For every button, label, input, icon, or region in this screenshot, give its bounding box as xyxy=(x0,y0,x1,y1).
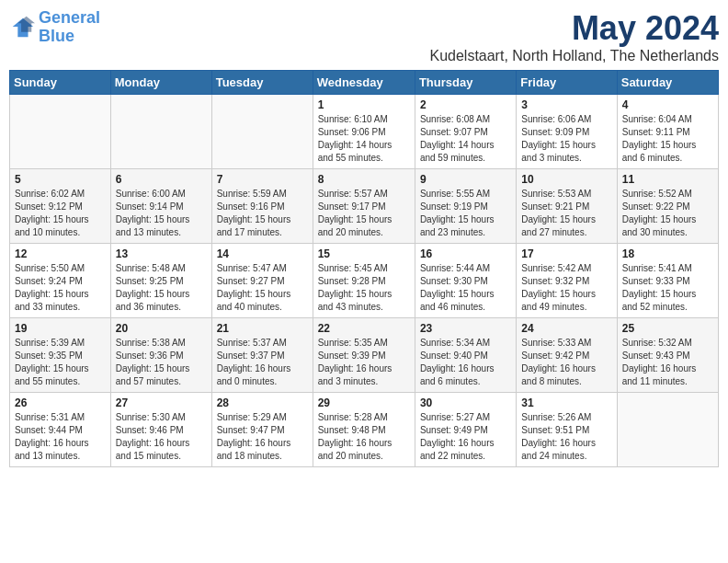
logo-icon xyxy=(9,15,35,40)
day-number: 8 xyxy=(318,173,410,186)
day-info: Sunrise: 5:50 AM Sunset: 9:24 PM Dayligh… xyxy=(15,262,106,314)
day-info: Sunrise: 5:42 AM Sunset: 9:32 PM Dayligh… xyxy=(521,262,611,314)
calendar-cell xyxy=(110,95,211,169)
calendar-cell: 15Sunrise: 5:45 AM Sunset: 9:28 PM Dayli… xyxy=(313,244,415,318)
day-info: Sunrise: 5:37 AM Sunset: 9:37 PM Dayligh… xyxy=(217,337,308,388)
logo-text: General Blue xyxy=(39,9,100,46)
calendar-cell: 16Sunrise: 5:44 AM Sunset: 9:30 PM Dayli… xyxy=(415,244,516,318)
calendar-week-row: 12Sunrise: 5:50 AM Sunset: 9:24 PM Dayli… xyxy=(10,244,719,318)
day-info: Sunrise: 5:52 AM Sunset: 9:22 PM Dayligh… xyxy=(622,188,713,239)
day-info: Sunrise: 5:48 AM Sunset: 9:25 PM Dayligh… xyxy=(116,262,207,314)
col-monday: Monday xyxy=(110,71,211,95)
calendar-cell: 1Sunrise: 6:10 AM Sunset: 9:06 PM Daylig… xyxy=(313,95,415,169)
header: General Blue May 2024 Kudelstaart, North… xyxy=(9,9,719,64)
calendar-cell: 12Sunrise: 5:50 AM Sunset: 9:24 PM Dayli… xyxy=(10,244,111,318)
day-number: 13 xyxy=(116,247,207,260)
day-info: Sunrise: 5:44 AM Sunset: 9:30 PM Dayligh… xyxy=(420,262,511,314)
calendar-week-row: 5Sunrise: 6:02 AM Sunset: 9:12 PM Daylig… xyxy=(10,169,719,244)
title-area: May 2024 Kudelstaart, North Holland, The… xyxy=(429,9,719,64)
day-number: 10 xyxy=(521,173,611,186)
day-number: 21 xyxy=(217,322,308,335)
calendar-cell: 11Sunrise: 5:52 AM Sunset: 9:22 PM Dayli… xyxy=(617,169,718,244)
calendar-cell: 18Sunrise: 5:41 AM Sunset: 9:33 PM Dayli… xyxy=(617,244,718,318)
day-info: Sunrise: 6:00 AM Sunset: 9:14 PM Dayligh… xyxy=(116,188,207,239)
day-number: 28 xyxy=(217,396,308,409)
col-saturday: Saturday xyxy=(617,71,718,95)
calendar: Sunday Monday Tuesday Wednesday Thursday… xyxy=(9,70,719,467)
day-info: Sunrise: 5:55 AM Sunset: 9:19 PM Dayligh… xyxy=(420,188,511,239)
calendar-cell: 14Sunrise: 5:47 AM Sunset: 9:27 PM Dayli… xyxy=(211,244,313,318)
col-wednesday: Wednesday xyxy=(313,71,415,95)
calendar-cell: 26Sunrise: 5:31 AM Sunset: 9:44 PM Dayli… xyxy=(10,393,111,467)
day-info: Sunrise: 5:57 AM Sunset: 9:17 PM Dayligh… xyxy=(318,188,410,239)
day-info: Sunrise: 6:02 AM Sunset: 9:12 PM Dayligh… xyxy=(15,188,106,239)
day-number: 22 xyxy=(318,322,410,335)
day-info: Sunrise: 5:53 AM Sunset: 9:21 PM Dayligh… xyxy=(521,188,611,239)
day-number: 31 xyxy=(521,396,611,409)
day-number: 11 xyxy=(622,173,713,186)
day-info: Sunrise: 5:34 AM Sunset: 9:40 PM Dayligh… xyxy=(420,337,511,388)
calendar-week-row: 19Sunrise: 5:39 AM Sunset: 9:35 PM Dayli… xyxy=(10,318,719,393)
day-number: 29 xyxy=(318,396,410,409)
calendar-cell: 13Sunrise: 5:48 AM Sunset: 9:25 PM Dayli… xyxy=(110,244,211,318)
day-number: 4 xyxy=(622,98,713,111)
main-title: May 2024 xyxy=(429,9,719,48)
day-info: Sunrise: 5:39 AM Sunset: 9:35 PM Dayligh… xyxy=(15,337,106,388)
col-tuesday: Tuesday xyxy=(211,71,313,95)
calendar-cell xyxy=(617,393,718,467)
day-info: Sunrise: 6:04 AM Sunset: 9:11 PM Dayligh… xyxy=(622,113,713,165)
calendar-cell: 28Sunrise: 5:29 AM Sunset: 9:47 PM Dayli… xyxy=(211,393,313,467)
day-number: 20 xyxy=(116,322,207,335)
calendar-cell: 7Sunrise: 5:59 AM Sunset: 9:16 PM Daylig… xyxy=(211,169,313,244)
calendar-cell: 20Sunrise: 5:38 AM Sunset: 9:36 PM Dayli… xyxy=(110,318,211,393)
day-info: Sunrise: 5:59 AM Sunset: 9:16 PM Dayligh… xyxy=(217,188,308,239)
col-friday: Friday xyxy=(517,71,617,95)
calendar-header-row: Sunday Monday Tuesday Wednesday Thursday… xyxy=(10,71,719,95)
day-number: 25 xyxy=(622,322,713,335)
calendar-cell: 3Sunrise: 6:06 AM Sunset: 9:09 PM Daylig… xyxy=(517,95,617,169)
day-info: Sunrise: 6:10 AM Sunset: 9:06 PM Dayligh… xyxy=(318,113,410,165)
calendar-cell: 23Sunrise: 5:34 AM Sunset: 9:40 PM Dayli… xyxy=(415,318,516,393)
day-info: Sunrise: 5:45 AM Sunset: 9:28 PM Dayligh… xyxy=(318,262,410,314)
day-number: 16 xyxy=(420,247,511,260)
day-number: 23 xyxy=(420,322,511,335)
day-info: Sunrise: 5:38 AM Sunset: 9:36 PM Dayligh… xyxy=(116,337,207,388)
calendar-cell: 9Sunrise: 5:55 AM Sunset: 9:19 PM Daylig… xyxy=(415,169,516,244)
subtitle: Kudelstaart, North Holland, The Netherla… xyxy=(429,48,719,64)
calendar-cell: 19Sunrise: 5:39 AM Sunset: 9:35 PM Dayli… xyxy=(10,318,111,393)
col-thursday: Thursday xyxy=(415,71,516,95)
day-number: 7 xyxy=(217,173,308,186)
day-number: 1 xyxy=(318,98,410,111)
logo: General Blue xyxy=(9,9,100,46)
day-number: 27 xyxy=(116,396,207,409)
day-number: 6 xyxy=(116,173,207,186)
col-sunday: Sunday xyxy=(10,71,111,95)
day-number: 19 xyxy=(15,322,106,335)
calendar-cell: 25Sunrise: 5:32 AM Sunset: 9:43 PM Dayli… xyxy=(617,318,718,393)
day-number: 9 xyxy=(420,173,511,186)
day-number: 17 xyxy=(521,247,611,260)
calendar-cell: 24Sunrise: 5:33 AM Sunset: 9:42 PM Dayli… xyxy=(517,318,617,393)
calendar-cell: 5Sunrise: 6:02 AM Sunset: 9:12 PM Daylig… xyxy=(10,169,111,244)
calendar-cell: 30Sunrise: 5:27 AM Sunset: 9:49 PM Dayli… xyxy=(415,393,516,467)
calendar-cell: 10Sunrise: 5:53 AM Sunset: 9:21 PM Dayli… xyxy=(517,169,617,244)
calendar-cell xyxy=(10,95,111,169)
day-number: 15 xyxy=(318,247,410,260)
day-info: Sunrise: 6:08 AM Sunset: 9:07 PM Dayligh… xyxy=(420,113,511,165)
day-info: Sunrise: 5:26 AM Sunset: 9:51 PM Dayligh… xyxy=(521,411,611,463)
day-info: Sunrise: 5:28 AM Sunset: 9:48 PM Dayligh… xyxy=(318,411,410,463)
day-info: Sunrise: 5:31 AM Sunset: 9:44 PM Dayligh… xyxy=(15,411,106,463)
calendar-cell xyxy=(211,95,313,169)
calendar-cell: 8Sunrise: 5:57 AM Sunset: 9:17 PM Daylig… xyxy=(313,169,415,244)
day-number: 5 xyxy=(15,173,106,186)
day-info: Sunrise: 5:35 AM Sunset: 9:39 PM Dayligh… xyxy=(318,337,410,388)
day-info: Sunrise: 5:30 AM Sunset: 9:46 PM Dayligh… xyxy=(116,411,207,463)
day-info: Sunrise: 5:32 AM Sunset: 9:43 PM Dayligh… xyxy=(622,337,713,388)
calendar-cell: 4Sunrise: 6:04 AM Sunset: 9:11 PM Daylig… xyxy=(617,95,718,169)
calendar-cell: 27Sunrise: 5:30 AM Sunset: 9:46 PM Dayli… xyxy=(110,393,211,467)
day-info: Sunrise: 5:47 AM Sunset: 9:27 PM Dayligh… xyxy=(217,262,308,314)
calendar-week-row: 1Sunrise: 6:10 AM Sunset: 9:06 PM Daylig… xyxy=(10,95,719,169)
calendar-cell: 6Sunrise: 6:00 AM Sunset: 9:14 PM Daylig… xyxy=(110,169,211,244)
day-info: Sunrise: 5:27 AM Sunset: 9:49 PM Dayligh… xyxy=(420,411,511,463)
calendar-week-row: 26Sunrise: 5:31 AM Sunset: 9:44 PM Dayli… xyxy=(10,393,719,467)
